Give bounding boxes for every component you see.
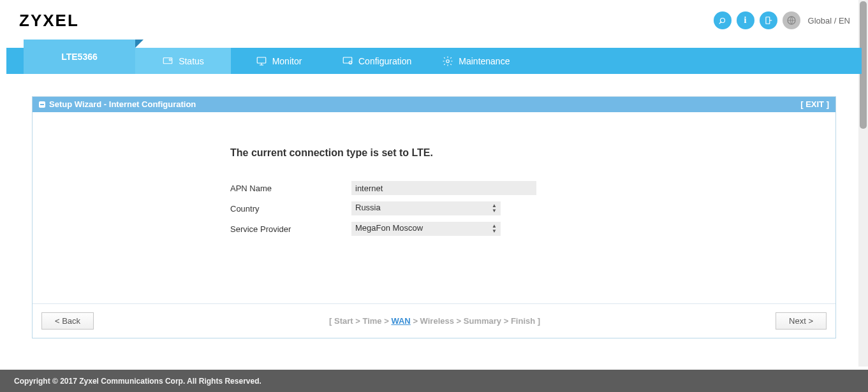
header-actions: i Global / EN (714, 11, 850, 29)
info-icon[interactable]: i (737, 11, 754, 29)
svg-point-6 (349, 61, 352, 64)
step-start[interactable]: Start (334, 316, 353, 326)
page-footer: Copyright © 2017 Zyxel Communications Co… (0, 370, 868, 392)
step-wireless[interactable]: Wireless (420, 316, 454, 326)
nav-maintenance[interactable]: Maintenance (427, 48, 525, 74)
panel-footer: < Back [ Start > Time > WAN > Wireless >… (33, 303, 835, 338)
logout-icon[interactable] (760, 11, 777, 29)
panel-title: Setup Wizard - Internet Configuration (49, 99, 196, 109)
wizard-icon[interactable] (714, 11, 732, 29)
wizard-breadcrumb: [ Start > Time > WAN > Wireless > Summar… (94, 316, 776, 326)
panel-header: Setup Wizard - Internet Configuration [ … (33, 97, 835, 112)
apn-label: APN Name (230, 184, 351, 193)
nav-configuration[interactable]: Configuration (327, 48, 427, 74)
main-nav: LTE5366 Status Monitor (6, 48, 862, 74)
nav-status-label: Status (179, 56, 204, 66)
step-wan[interactable]: WAN (391, 316, 410, 326)
panel-body: The current connection type is set to LT… (33, 112, 835, 303)
exit-link[interactable]: [ EXIT ] (800, 99, 829, 109)
wizard-heading: The current connection type is set to LT… (230, 147, 587, 159)
back-button[interactable]: < Back (41, 312, 94, 330)
status-icon (162, 55, 173, 67)
globe-icon[interactable] (783, 11, 800, 29)
svg-rect-5 (343, 57, 352, 63)
apn-input[interactable] (351, 181, 536, 195)
page-header: ZYXEL i Global / EN (0, 0, 868, 41)
nav-maintenance-label: Maintenance (459, 56, 510, 66)
provider-select[interactable]: MegaFon Moscow (351, 222, 501, 236)
country-label: Country (230, 204, 351, 214)
device-tab[interactable]: LTE5366 (24, 40, 135, 74)
language-label[interactable]: Global / EN (808, 16, 850, 25)
bracket-close: ] (538, 316, 540, 326)
maintenance-icon (442, 55, 453, 67)
svg-rect-4 (257, 57, 266, 63)
nav-status[interactable]: Status (135, 48, 231, 74)
monitor-icon (256, 55, 267, 67)
country-select[interactable]: Russia (351, 201, 501, 215)
provider-label: Service Provider (230, 224, 351, 234)
step-time[interactable]: Time (362, 316, 381, 326)
svg-rect-0 (765, 17, 769, 24)
configuration-icon (342, 55, 353, 67)
nav-configuration-label: Configuration (358, 56, 411, 66)
nav-monitor[interactable]: Monitor (231, 48, 327, 74)
collapse-icon[interactable] (39, 101, 45, 108)
brand-logo: ZYXEL (19, 11, 79, 31)
bracket-open: [ (329, 316, 334, 326)
step-summary[interactable]: Summary (464, 316, 501, 326)
copyright-text: Copyright © 2017 Zyxel Communications Co… (14, 377, 261, 386)
svg-point-7 (446, 59, 450, 62)
wizard-panel: Setup Wizard - Internet Configuration [ … (32, 96, 836, 338)
next-button[interactable]: Next > (776, 312, 827, 330)
step-finish[interactable]: Finish (511, 316, 535, 326)
svg-point-3 (169, 59, 171, 61)
nav-monitor-label: Monitor (272, 56, 302, 66)
